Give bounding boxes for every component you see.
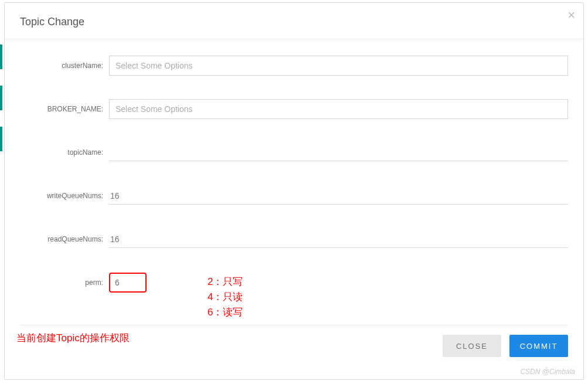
brokername-select[interactable]: Select Some Options bbox=[109, 99, 568, 119]
writequeuenums-input[interactable] bbox=[109, 187, 568, 205]
row-cluster-name: clusterName: Select Some Options bbox=[20, 44, 568, 87]
modal-title: Topic Change bbox=[20, 16, 568, 28]
perm-input[interactable] bbox=[114, 274, 142, 291]
perm-annotation-2: 2：只写 bbox=[208, 274, 243, 290]
label-read-queue-nums: readQueueNums: bbox=[20, 235, 109, 243]
readqueuenums-input[interactable] bbox=[109, 230, 568, 248]
brokername-placeholder: Select Some Options bbox=[115, 104, 193, 114]
topicname-input[interactable] bbox=[109, 144, 568, 161]
label-topic-name: topicName: bbox=[20, 148, 109, 157]
perm-annotation-4: 4：只读 bbox=[208, 290, 243, 305]
perm-highlight-box bbox=[109, 273, 147, 293]
perm-annotation-list: 2：只写 4：只读 6：读写 bbox=[208, 274, 243, 320]
perm-annotation-caption: 当前创建Topic的操作权限 bbox=[16, 331, 130, 345]
clustername-select[interactable]: Select Some Options bbox=[109, 56, 568, 76]
label-perm: perm: bbox=[20, 278, 109, 287]
row-read-queue-nums: readQueueNums: bbox=[20, 218, 568, 261]
close-icon[interactable]: × bbox=[567, 9, 575, 22]
commit-button[interactable]: COMMIT bbox=[509, 335, 568, 357]
label-cluster-name: clusterName: bbox=[20, 62, 109, 70]
modal-body: clusterName: Select Some Options BROKER_… bbox=[5, 39, 583, 304]
modal-header: Topic Change bbox=[5, 3, 583, 39]
watermark: CSDN @Cimbala bbox=[520, 368, 575, 376]
row-broker-name: BROKER_NAME: Select Some Options bbox=[20, 87, 568, 131]
topic-change-modal: × Topic Change clusterName: Select Some … bbox=[4, 2, 584, 380]
row-topic-name: topicName: bbox=[20, 131, 568, 174]
label-write-queue-nums: writeQueueNums: bbox=[20, 192, 109, 200]
perm-annotation-6: 6：读写 bbox=[208, 305, 243, 320]
clustername-placeholder: Select Some Options bbox=[115, 61, 193, 70]
row-write-queue-nums: writeQueueNums: bbox=[20, 174, 568, 218]
label-broker-name: BROKER_NAME: bbox=[20, 105, 109, 113]
bg-stripe bbox=[0, 86, 2, 110]
bg-stripe bbox=[0, 45, 2, 69]
close-button[interactable]: CLOSE bbox=[443, 335, 501, 357]
bg-stripe bbox=[0, 127, 2, 151]
row-perm: perm: bbox=[20, 261, 568, 304]
